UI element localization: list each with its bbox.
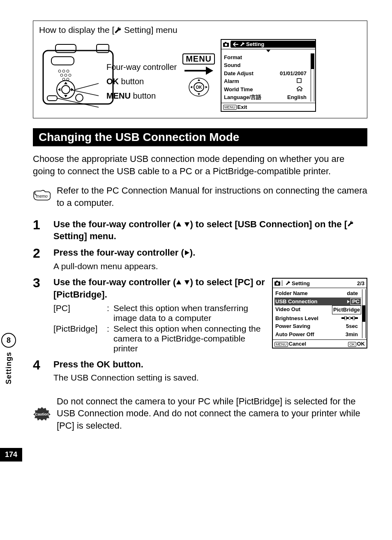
menu-item: World Time (224, 85, 253, 94)
down-triangle-icon (266, 50, 270, 52)
howto-title-prefix: How to display the [ (39, 25, 114, 35)
wrench-icon (286, 281, 291, 286)
menu-button: MENU (182, 53, 215, 65)
svg-point-5 (62, 70, 65, 72)
down-triangle-icon (184, 279, 190, 285)
menu-item: Language/言語 (224, 93, 261, 102)
step-number: 3 (33, 276, 46, 354)
menu-item: Format (224, 53, 242, 62)
back-icon (233, 42, 239, 47)
setting-label: Setting (246, 41, 264, 47)
camera-tab-icon (273, 280, 282, 286)
menu-item: Folder Name (275, 289, 308, 298)
step4-sub: The USB Connection setting is saved. (53, 372, 367, 383)
ok-bold: OK (106, 77, 119, 86)
svg-point-9 (69, 74, 71, 76)
text: Setting] menu. (53, 231, 116, 241)
howto-title: How to display the [ Setting] menu (39, 25, 361, 35)
caution-icon: Caution (33, 395, 51, 432)
svg-rect-25 (297, 78, 301, 83)
svg-rect-3 (51, 57, 74, 65)
svg-point-24 (225, 44, 227, 46)
text: ). (190, 247, 195, 258)
ok-suffix: button (119, 77, 144, 86)
brightness-slider-icon (341, 314, 361, 323)
menu-item-selected: USB Connection (275, 298, 318, 306)
chapter-label: Settings (5, 352, 13, 384)
svg-line-16 (75, 83, 99, 90)
option-desc: Select this option when connecting the c… (113, 324, 265, 353)
howto-title-suffix: Setting] menu (122, 25, 177, 35)
step1-title: Use the four-way controller ( ) to selec… (53, 218, 367, 242)
step2-sub: A pull-down menu appears. (53, 261, 367, 272)
memo-icon: memo (33, 185, 51, 209)
footer-cancel: Cancel (289, 341, 307, 347)
step-number: 2 (33, 247, 46, 272)
label-menu-button: MENU button (106, 91, 177, 101)
svg-rect-31 (345, 316, 346, 320)
svg-rect-32 (353, 316, 355, 320)
svg-point-15 (76, 94, 83, 102)
svg-point-7 (60, 74, 63, 76)
text: button. (110, 359, 143, 369)
footer-ok: OK (357, 341, 365, 347)
svg-point-10 (62, 78, 65, 81)
svg-text:Caution: Caution (35, 412, 49, 416)
camera-tab-icon (221, 42, 231, 47)
menu-item: Power Saving (275, 322, 310, 330)
menu-value: 5sec (346, 322, 361, 330)
step2-title: Press the four-way controller (). (53, 247, 367, 259)
menu-value: English (287, 93, 310, 102)
text: Press the (53, 359, 97, 369)
side-tab: 8 Settings (0, 333, 17, 423)
svg-point-29 (276, 282, 279, 285)
right-caret-icon (347, 300, 350, 303)
settings-screen-1: Setting 1/3 Format Sound Date Adjust01/0… (221, 39, 316, 112)
svg-rect-14 (47, 96, 57, 101)
svg-point-33 (348, 317, 351, 319)
screen-page-indicator: 1/3 (306, 41, 313, 47)
svg-point-8 (65, 74, 67, 76)
menu-item: Brightness Level (275, 314, 318, 323)
up-triangle-icon (176, 222, 182, 227)
menu-value (307, 53, 310, 62)
svg-rect-23 (225, 42, 226, 43)
screen-page-indicator: 2/3 (357, 280, 364, 286)
svg-text:memo: memo (36, 194, 48, 198)
intro-text: Choose the appropriate USB connection mo… (33, 153, 367, 177)
caution-text: Do not connect the camera to your PC whi… (57, 395, 367, 432)
home-icon (297, 86, 302, 91)
step-number: 4 (33, 358, 46, 384)
step3-title: Use the four-way controller ( ) to selec… (53, 276, 265, 300)
down-triangle-icon (184, 222, 190, 227)
step4-title: Press the OK button. (53, 358, 367, 371)
menu-item: Auto Power Off (275, 330, 314, 339)
menu-item: Date Adjust (224, 69, 254, 78)
chapter-number: 8 (1, 333, 16, 348)
text: Use the four-way controller ( (53, 277, 176, 287)
step-number: 1 (33, 218, 46, 242)
menu-value: PC (350, 298, 361, 305)
menu-value: 01/01/2007 (280, 69, 310, 78)
page-number: 174 (0, 448, 22, 462)
label-ok-button: OK button (106, 77, 177, 86)
menu-item: Alarm (224, 77, 239, 85)
svg-point-4 (58, 70, 61, 72)
svg-line-18 (57, 98, 99, 107)
option-key: [PictBridge] (53, 324, 107, 334)
text: Press the four-way controller ( (53, 247, 184, 258)
option-desc: Select this option when transferring ima… (113, 303, 265, 323)
wrench-icon (114, 27, 122, 34)
svg-text:OK: OK (196, 85, 202, 90)
menu-value: PictBridge (332, 305, 361, 314)
settings-screen-2: Setting 2/3 Folder Namedate USB Connecti… (272, 278, 367, 348)
menu-bold: MENU (106, 91, 131, 100)
up-triangle-icon (176, 279, 182, 285)
menu-item: Video Out (275, 305, 300, 314)
arrow-right-icon (184, 69, 213, 73)
camera-illustration (39, 38, 117, 112)
wrench-icon (240, 42, 245, 47)
menu-value: date (347, 289, 361, 298)
right-triangle-icon (184, 250, 190, 256)
memo-text: Refer to the PC Connection Manual for in… (57, 185, 367, 209)
